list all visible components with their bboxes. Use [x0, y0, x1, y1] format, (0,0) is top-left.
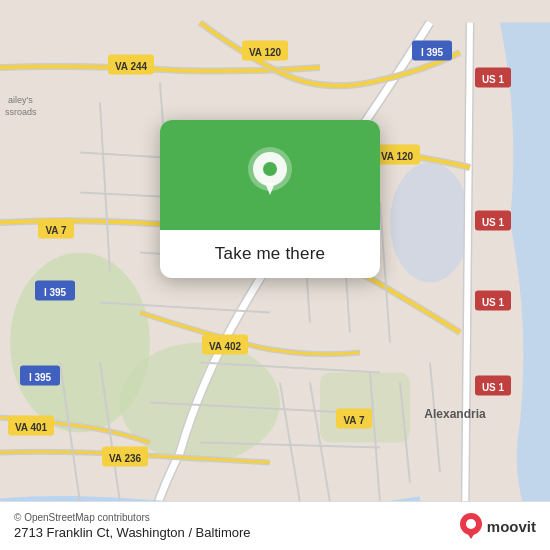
svg-rect-3 — [320, 373, 410, 443]
svg-text:VA 236: VA 236 — [109, 453, 142, 464]
bottom-left: © OpenStreetMap contributors 2713 Frankl… — [14, 512, 251, 540]
svg-text:US 1: US 1 — [482, 382, 505, 393]
svg-text:US 1: US 1 — [482, 74, 505, 85]
svg-text:ssroads: ssroads — [5, 107, 37, 117]
moovit-logo: moovit — [459, 512, 536, 540]
address-text: 2713 Franklin Ct, Washington / Baltimore — [14, 525, 251, 540]
svg-text:VA 402: VA 402 — [209, 341, 242, 352]
svg-text:VA 401: VA 401 — [15, 422, 48, 433]
svg-text:US 1: US 1 — [482, 297, 505, 308]
svg-text:US 1: US 1 — [482, 217, 505, 228]
svg-text:I 395: I 395 — [29, 372, 52, 383]
svg-text:ailey's: ailey's — [8, 95, 33, 105]
take-me-there-button[interactable]: Take me there — [215, 244, 325, 264]
svg-point-42 — [263, 162, 277, 176]
attribution-text: © OpenStreetMap contributors — [14, 512, 251, 523]
svg-text:I 395: I 395 — [44, 287, 67, 298]
map-container: VA 244 VA 120 I 395 US 1 VA 7 VA 120 I 3… — [0, 0, 550, 550]
popup-button-section[interactable]: Take me there — [160, 230, 380, 278]
svg-marker-46 — [467, 533, 475, 539]
svg-text:VA 7: VA 7 — [45, 225, 67, 236]
svg-text:VA 120: VA 120 — [381, 151, 414, 162]
svg-point-4 — [390, 163, 470, 283]
svg-point-45 — [466, 519, 476, 529]
moovit-pin-icon — [459, 512, 483, 540]
svg-text:VA 244: VA 244 — [115, 61, 148, 72]
svg-text:VA 7: VA 7 — [343, 415, 365, 426]
svg-text:Alexandria: Alexandria — [424, 407, 486, 421]
bottom-bar: © OpenStreetMap contributors 2713 Frankl… — [0, 501, 550, 550]
moovit-logo-text: moovit — [487, 518, 536, 535]
popup-map-section — [160, 120, 380, 230]
location-pin-icon — [243, 145, 297, 205]
popup-card: Take me there — [160, 120, 380, 278]
svg-text:I 395: I 395 — [421, 47, 444, 58]
svg-text:VA 120: VA 120 — [249, 47, 282, 58]
